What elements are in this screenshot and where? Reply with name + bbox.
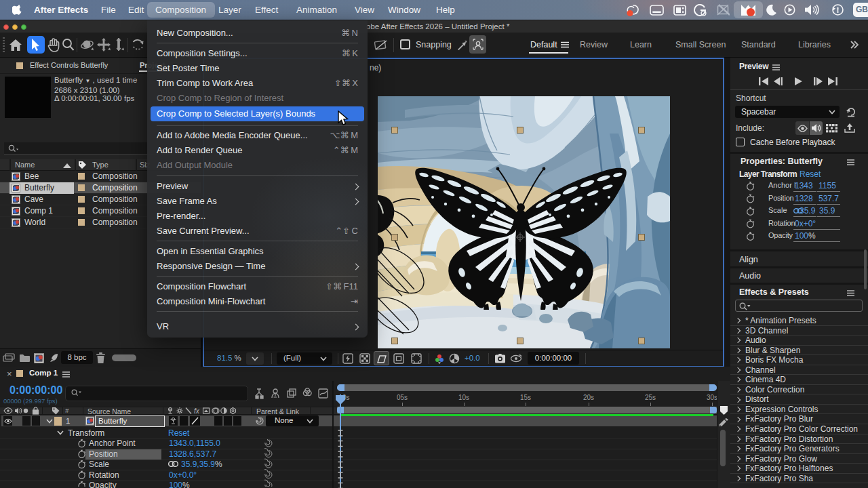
svg-text:fx: fx	[194, 407, 200, 415]
